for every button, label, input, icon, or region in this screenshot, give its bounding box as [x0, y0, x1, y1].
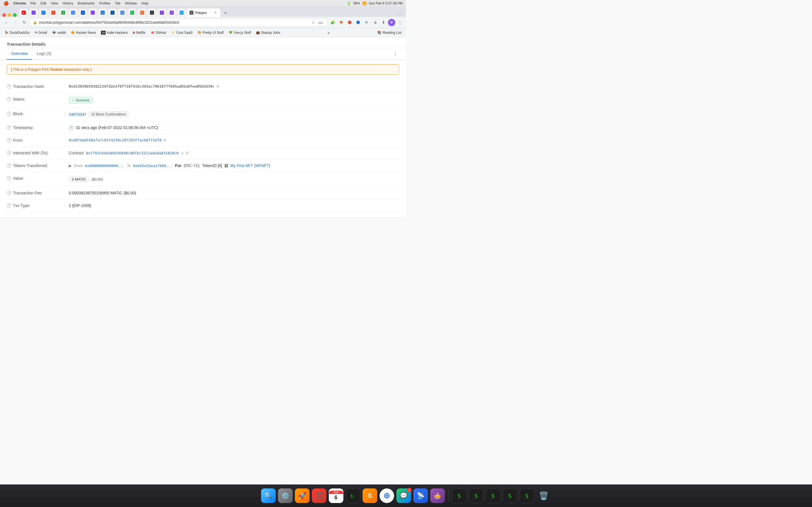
- browser-tab-active[interactable]: C Polygon ✕: [187, 8, 220, 17]
- tab-logs[interactable]: Logs (3): [32, 48, 56, 60]
- apple-menu-icon[interactable]: 🍎: [3, 1, 9, 6]
- extension-icon-2[interactable]: 🔵: [354, 18, 362, 26]
- value-row: ? Value: 0 MATIC ($0.00): [7, 172, 399, 187]
- tab-close-button[interactable]: ✕: [214, 11, 218, 15]
- menu-bookmarks[interactable]: Bookmarks: [78, 1, 95, 5]
- minimize-window-button[interactable]: [8, 13, 11, 17]
- app-name[interactable]: Chrome: [13, 1, 26, 5]
- browser-tab-fig[interactable]: F: [49, 8, 58, 17]
- menu-help[interactable]: Help: [142, 1, 149, 5]
- bookmark-startupjobs[interactable]: 💼 Startup Jobs: [254, 30, 282, 36]
- menu-file[interactable]: File: [31, 1, 36, 5]
- menu-edit[interactable]: Edit: [41, 1, 47, 5]
- browser-tab-v4[interactable]: V: [137, 8, 147, 17]
- value-amount-text: 0 MATIC: [72, 177, 86, 181]
- browser-tab-af[interactable]: a: [117, 8, 127, 17]
- bookmark-reddit[interactable]: 👽 reddit: [50, 30, 68, 36]
- status-help-icon[interactable]: ?: [7, 97, 11, 101]
- reading-list-button[interactable]: 📚 Reading List: [375, 30, 404, 36]
- browser-tab-gh[interactable]: G: [147, 8, 157, 17]
- timestamp-help-icon[interactable]: ?: [7, 125, 11, 130]
- browser-tab-poly[interactable]: P: [167, 8, 176, 17]
- tab-overview[interactable]: Overview: [7, 48, 32, 60]
- token-standard: ERC-721: [184, 163, 200, 168]
- close-window-button[interactable]: [2, 13, 6, 17]
- bookmark-coolsaas[interactable]: ⚡ Cool SaaS: [169, 30, 195, 36]
- menu-tab[interactable]: Tab: [115, 1, 120, 5]
- transaction-hash-help-icon[interactable]: ?: [7, 84, 11, 89]
- system-menubar: 🍎 Chrome File Edit View History Bookmark…: [0, 0, 406, 7]
- indiehackers-label: Indie Hackers: [107, 31, 128, 35]
- nft-name-link[interactable]: My First NFT (MFNFT): [231, 163, 270, 168]
- security-lock-icon: 🔒: [33, 20, 37, 24]
- value-help-icon[interactable]: ?: [7, 176, 11, 180]
- forward-button[interactable]: →: [11, 18, 19, 26]
- menu-history[interactable]: History: [63, 1, 73, 5]
- status-text: Success: [76, 98, 90, 102]
- netflix-label: Netflix: [136, 31, 146, 35]
- bookmark-prettyui[interactable]: 🎨 Pretty UI Stuff: [195, 30, 226, 36]
- tab-more-options-button[interactable]: ⋮: [391, 50, 399, 58]
- coolsaas-label: Cool SaaS: [176, 31, 192, 35]
- bookmarks-overflow-button[interactable]: »: [326, 30, 332, 36]
- browser-tab-v[interactable]: v: [29, 8, 38, 17]
- profile-avatar[interactable]: P: [388, 19, 395, 26]
- back-button[interactable]: ←: [2, 18, 10, 26]
- new-tab-button[interactable]: +: [221, 9, 230, 17]
- block-number-link[interactable]: 24670347: [69, 112, 86, 117]
- browser-tab-e2[interactable]: e: [68, 8, 78, 17]
- bookmark-star-icon[interactable]: ☆: [310, 20, 316, 25]
- startupjobs-favicon: 💼: [256, 31, 260, 34]
- menu-profiles[interactable]: Profiles: [99, 1, 110, 5]
- reddit-favicon: 👽: [52, 31, 56, 34]
- github-favicon: 🐙: [151, 31, 154, 34]
- bookmark-vuejs[interactable]: 💚 Vue.js Stuff: [226, 30, 253, 36]
- bookmark-gmail[interactable]: ✉ Gmail: [33, 30, 49, 36]
- from-copy-button[interactable]: ⎘: [164, 138, 166, 142]
- menu-window[interactable]: Window: [125, 1, 137, 5]
- bookmark-github[interactable]: 🐙 GitHub: [148, 30, 168, 36]
- browser-tab-w2[interactable]: W: [98, 8, 107, 17]
- read-later-icon[interactable]: 📖: [317, 20, 324, 25]
- txn-type-help-icon[interactable]: ?: [7, 203, 11, 208]
- reload-button[interactable]: ↻: [20, 18, 28, 26]
- interacted-with-help-icon[interactable]: ?: [7, 151, 11, 155]
- extension-icon-4[interactable]: 🖥: [371, 18, 379, 26]
- download-icon[interactable]: ⬇: [379, 18, 388, 26]
- extension-icon-3[interactable]: ⚙: [363, 18, 370, 26]
- browser-tab-fb[interactable]: F: [39, 8, 48, 17]
- extension-puzzle-icon[interactable]: 🧩: [329, 18, 337, 26]
- menu-view[interactable]: View: [51, 1, 58, 5]
- browser-tab-yt[interactable]: ▶: [19, 8, 29, 17]
- token-from-address[interactable]: 0x0000000000000...: [85, 164, 124, 168]
- from-address-link[interactable]: 0xd8fde0558afa7c0374230c20f293ffacb8f15d…: [69, 138, 161, 142]
- browser-tab-e1[interactable]: e: [58, 8, 68, 17]
- bookmark-netflix[interactable]: N Netflix: [131, 30, 148, 36]
- address-bar[interactable]: 🔒 mumbai.polygonscan.com/address/0xf793c…: [29, 18, 327, 27]
- bookmark-hackernews[interactable]: 🔶 Hacker News: [68, 30, 98, 36]
- bookmark-indiehackers[interactable]: IH Indie Hackers: [99, 30, 130, 36]
- transaction-hash-copy-button[interactable]: ⎘: [217, 84, 219, 89]
- browser-tab-l[interactable]: L: [108, 8, 117, 17]
- status-label: ? Status:: [7, 97, 69, 101]
- browser-tab-v3[interactable]: V: [128, 8, 137, 17]
- navigation-bar: ← → ↻ 🔒 mumbai.polygonscan.com/address/0…: [0, 17, 406, 28]
- browser-tab-w1[interactable]: W: [78, 8, 88, 17]
- tokens-transferred-help-icon[interactable]: ?: [7, 163, 11, 168]
- bookmark-duckduckgo[interactable]: 🦆 DuckDuckGo: [2, 30, 32, 36]
- token-to-address[interactable]: 0x645e52ea1f689...: [133, 164, 173, 168]
- metamask-icon[interactable]: 🦊: [337, 18, 345, 26]
- tab-search-button[interactable]: ⋮⋮: [396, 9, 404, 17]
- browser-tab-v2[interactable]: v: [88, 8, 98, 17]
- browser-tab-v5[interactable]: V: [157, 8, 167, 17]
- extension-icon-1[interactable]: 🔴: [346, 18, 354, 26]
- transaction-fee-help-icon[interactable]: ?: [7, 191, 11, 195]
- browser-tab-m[interactable]: m: [177, 8, 186, 17]
- block-help-icon[interactable]: ?: [7, 112, 11, 116]
- timestamp-label: ? Timestamp:: [7, 125, 69, 130]
- contract-address-link[interactable]: 0xf793cbd4a894304d8c86fbc3221a4e8a831828…: [86, 151, 179, 155]
- maximize-window-button[interactable]: [13, 13, 17, 17]
- contract-copy-button[interactable]: ⎘: [186, 151, 189, 155]
- from-help-icon[interactable]: ?: [7, 138, 11, 143]
- chrome-menu-button[interactable]: ⋮: [396, 18, 404, 26]
